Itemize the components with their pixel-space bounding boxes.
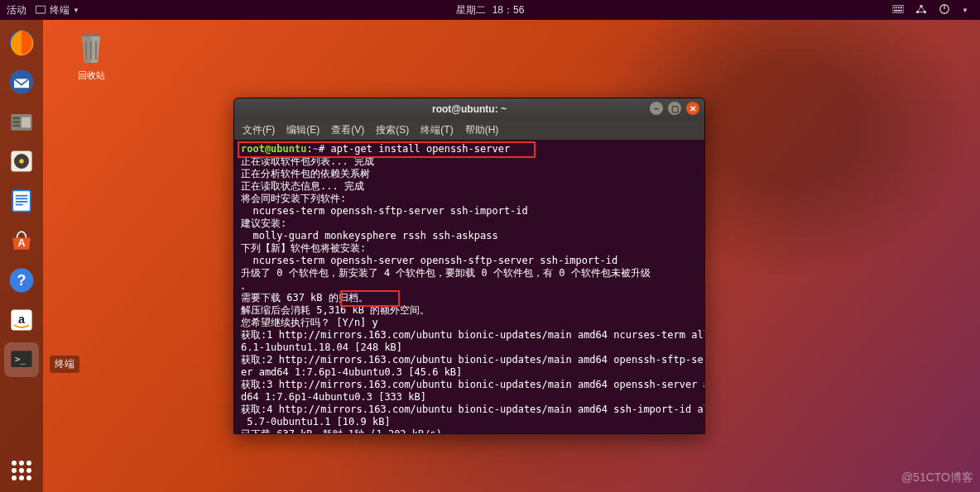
terminal-window: root@ubuntu: ~ – ▢ ✕ 文件(F) 编辑(E) 查看(V) 搜…	[233, 98, 705, 434]
svg-text:>_: >_	[15, 354, 26, 365]
time-label[interactable]: 18：56	[492, 3, 525, 17]
terminal-body[interactable]: root@ubuntu:~# apt-get install openssh-s…	[234, 140, 704, 434]
svg-rect-1	[36, 7, 46, 13]
terminal-command: apt-get install openssh-server	[330, 143, 510, 155]
dock-amazon[interactable]: a	[4, 303, 39, 337]
date-label[interactable]: 星期二	[456, 3, 486, 17]
network-icon[interactable]	[915, 3, 927, 17]
minimize-button[interactable]: –	[650, 102, 663, 115]
dock-tooltip: 终端	[50, 356, 79, 373]
chevron-down-icon: ▼	[73, 7, 79, 14]
svg-rect-5	[898, 7, 900, 8]
svg-rect-2	[892, 5, 904, 12]
svg-rect-6	[901, 7, 903, 8]
dock-firefox[interactable]	[4, 25, 39, 60]
apps-grid-icon[interactable]	[12, 461, 31, 480]
svg-rect-39	[95, 41, 97, 60]
system-chevron-icon: ▼	[962, 7, 968, 14]
svg-rect-38	[90, 41, 92, 60]
svg-rect-18	[12, 125, 20, 127]
svg-text:a: a	[18, 313, 26, 326]
svg-rect-17	[12, 121, 20, 123]
menu-file[interactable]: 文件(F)	[243, 123, 275, 137]
svg-text:?: ?	[17, 272, 26, 289]
dock: A ? a >_	[0, 20, 43, 492]
svg-rect-25	[16, 195, 27, 197]
dock-rhythmbox[interactable]	[4, 144, 39, 179]
svg-rect-3	[894, 7, 896, 8]
svg-text:A: A	[17, 237, 25, 249]
svg-rect-19	[22, 117, 31, 128]
top-bar: 活动 终端 ▼ 星期二 18：56 ▼	[0, 0, 980, 20]
close-button[interactable]: ✕	[686, 102, 699, 115]
maximize-button[interactable]: ▢	[668, 102, 681, 115]
power-icon[interactable]	[939, 3, 950, 17]
activities-button[interactable]: 活动	[7, 3, 26, 17]
svg-rect-37	[85, 41, 87, 60]
menu-search[interactable]: 搜索(S)	[376, 123, 409, 137]
keyboard-icon[interactable]	[892, 3, 904, 17]
appmenu-icon[interactable]: 终端 ▼	[35, 3, 79, 17]
menu-terminal[interactable]: 终端(T)	[420, 123, 453, 137]
desktop-trash-label: 回收站	[66, 69, 116, 82]
dock-terminal[interactable]: >_	[4, 342, 39, 377]
menu-edit[interactable]: 编辑(E)	[286, 123, 319, 137]
svg-rect-16	[12, 117, 20, 120]
terminal-output: 正在读取软件包列表... 完成 正在分析软件包的依赖关系树 正在读取状态信息..…	[241, 155, 705, 434]
dock-files[interactable]	[4, 104, 39, 139]
svg-point-22	[19, 159, 23, 163]
menu-help[interactable]: 帮助(H)	[465, 123, 499, 137]
appmenu-label: 终端	[50, 3, 70, 17]
dock-writer[interactable]	[4, 184, 39, 218]
svg-rect-26	[16, 198, 27, 199]
dock-software[interactable]: A	[4, 223, 39, 258]
watermark: @51CTO博客	[901, 471, 973, 485]
svg-rect-4	[896, 7, 897, 8]
terminal-menubar: 文件(F) 编辑(E) 查看(V) 搜索(S) 终端(T) 帮助(H)	[234, 120, 704, 140]
terminal-title: root@ubuntu: ~	[432, 103, 507, 115]
desktop-trash[interactable]: 回收站	[66, 30, 116, 82]
svg-rect-27	[16, 201, 27, 203]
svg-rect-28	[16, 204, 23, 206]
terminal-titlebar[interactable]: root@ubuntu: ~ – ▢ ✕	[234, 98, 704, 120]
menu-view[interactable]: 查看(V)	[331, 123, 364, 137]
dock-help[interactable]: ?	[4, 263, 39, 298]
trash-icon	[74, 30, 108, 66]
svg-rect-7	[894, 9, 903, 11]
dock-thunderbird[interactable]	[4, 64, 39, 99]
